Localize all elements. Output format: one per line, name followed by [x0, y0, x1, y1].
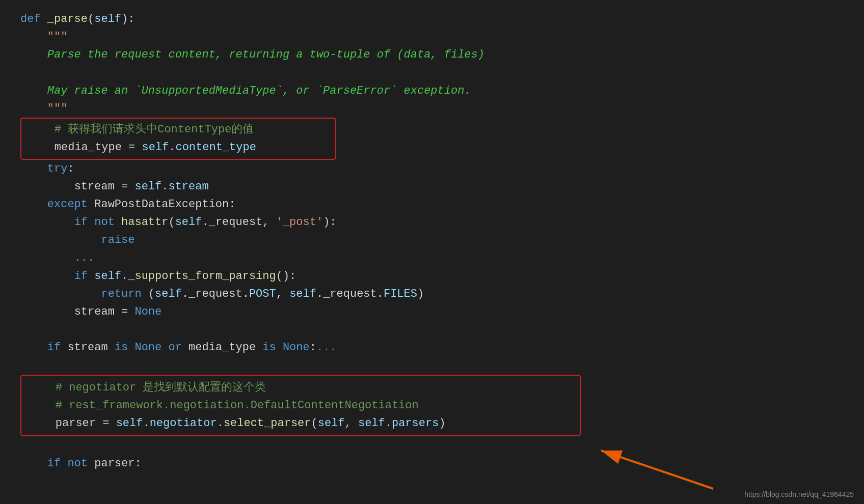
line-raise: raise: [20, 234, 134, 246]
highlighted-block-2: # negotiator 是找到默认配置的这个类 # rest_framewor…: [29, 379, 573, 433]
line-docstring-open: """: [20, 31, 67, 43]
line-except: except RawPostDataException:: [20, 198, 235, 211]
code-blank-2: [20, 357, 844, 375]
code-blank: [20, 321, 844, 339]
code-block: def _parse(self): """ Parse the request …: [0, 0, 864, 483]
line-docstring-close: """: [20, 102, 67, 115]
line-if-not: if not hasattr(self._request, '_post'):: [20, 216, 337, 229]
line-media-type: media_type = self.content_type: [28, 141, 256, 154]
line-if-not-parser: if not parser:: [20, 455, 844, 472]
line-docstring-2: May raise an `UnsupportedMediaType`, or …: [20, 85, 471, 97]
line-if-stream: if stream is None or media_type is None:…: [20, 339, 844, 356]
line-stream-none: stream = None: [20, 305, 161, 318]
line-return: return (self._request.POST, self._reques…: [20, 288, 424, 300]
line-try: try:: [20, 162, 74, 175]
line-ellipsis: ...: [20, 251, 94, 264]
code-pre: def _parse(self): """ Parse the request …: [20, 10, 844, 118]
code-blank-3: [20, 436, 844, 454]
code-try-block: try: stream = self.stream except RawPost…: [20, 160, 844, 321]
line-docstring-1: Parse the request content, returning a t…: [20, 48, 484, 61]
highlighted-block-1: # 获得我们请求头中ContentType的值 media_type = sel…: [28, 121, 329, 156]
line-stream-assign: stream = self.stream: [20, 180, 209, 193]
line-def: def _parse(self):: [20, 13, 134, 25]
watermark: https://blog.csdn.net/qq_41964425: [744, 489, 854, 500]
line-parser-assign: parser = self.negotiator.select_parser(s…: [29, 417, 446, 430]
line-comment-1: # 获得我们请求头中ContentType的值: [28, 123, 254, 136]
line-if-supports: if self._supports_form_parsing():: [20, 270, 296, 283]
line-blank-1: [20, 67, 27, 79]
line-comment-negotiator-2: # rest_framework.negotiation.DefaultCont…: [29, 399, 419, 412]
line-comment-negotiator-1: # negotiator 是找到默认配置的这个类: [29, 381, 266, 394]
